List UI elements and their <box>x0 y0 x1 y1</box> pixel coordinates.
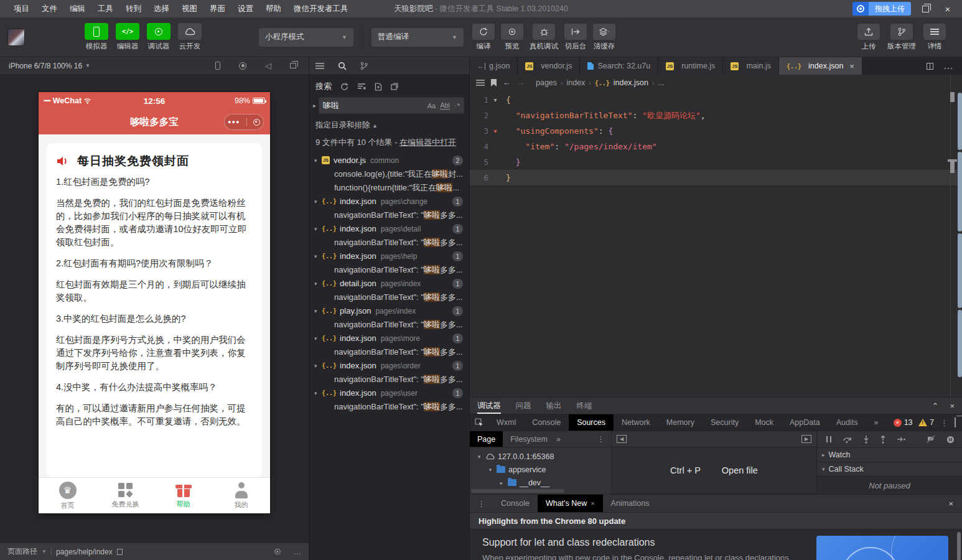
result-file-row[interactable]: ▾{..} detail.jsonpages\index 1 <box>309 277 469 291</box>
cloud-dev-button[interactable]: 云开发 <box>178 23 202 51</box>
tab-g-json[interactable]: ← g.json <box>470 57 518 75</box>
page-path-label[interactable]: 页面路径 <box>7 546 37 557</box>
step-into-icon[interactable] <box>863 436 869 444</box>
capsule-menu[interactable]: ●●● <box>224 114 264 130</box>
menu-interface[interactable]: 界面 <box>203 0 231 17</box>
menu-file[interactable]: 文件 <box>35 0 63 17</box>
devtools-tab-mock[interactable]: Mock <box>747 414 782 431</box>
forward-icon[interactable]: → <box>517 78 525 87</box>
simulator-toggle-button[interactable]: 模拟器 <box>85 23 108 51</box>
result-file-row[interactable]: ▾{..} index.jsonpages\help 1 <box>309 250 469 263</box>
devtools-tab-appdata[interactable]: AppData <box>782 414 828 431</box>
tab-free-exchange[interactable]: 免费兑换 <box>96 478 154 513</box>
more-icon[interactable]: … <box>294 548 301 556</box>
minimize-target-icon[interactable] <box>253 119 260 126</box>
search-input[interactable]: 哆啦 Aa Abl * <box>319 97 464 114</box>
more-actions-icon[interactable]: … <box>943 60 953 72</box>
result-match-row[interactable]: navigationBarTitleText": "哆啦多多... <box>309 400 469 414</box>
menu-edit[interactable]: 编辑 <box>63 0 91 17</box>
device-selector[interactable]: iPhone 6/7/8 100% 16 <box>9 62 82 70</box>
tab-home[interactable]: ♛ 首页 <box>39 478 96 513</box>
drawer-tab-console[interactable]: Console <box>493 495 538 512</box>
record-icon[interactable] <box>239 62 246 70</box>
clear-results-icon[interactable] <box>357 83 366 90</box>
drag-upload-badge[interactable]: 拖拽上传 <box>852 2 911 16</box>
error-count-badge[interactable]: ×13 <box>894 418 912 427</box>
inspect-element-icon[interactable] <box>470 414 488 431</box>
menu-tools[interactable]: 工具 <box>91 0 119 17</box>
result-file-row[interactable]: ▾{..} index.jsonpages\order 1 <box>309 359 469 373</box>
source-control-icon[interactable] <box>360 62 368 70</box>
result-match-row[interactable]: navigationBarTitleText": "哆啦多多... <box>309 291 469 304</box>
result-file-row[interactable]: ▾{..} index.jsonpages\more 1 <box>309 332 469 345</box>
remote-debug-button[interactable]: 真机调试 <box>530 24 558 51</box>
clear-cache-button[interactable]: 清缓存 <box>593 24 615 51</box>
menu-project[interactable]: 项目 <box>7 0 35 17</box>
tree-node-host[interactable]: ▾ 127.0.0.1:65368 <box>470 450 611 463</box>
split-editor-icon[interactable] <box>927 63 933 70</box>
previous-panel-icon[interactable]: ◀ <box>617 435 627 443</box>
tab-vendor-js[interactable]: JS vendor.js <box>518 57 580 75</box>
result-match-row[interactable]: navigationBarTitleText": "哆啦多多... <box>309 345 469 359</box>
panel-tab-output[interactable]: 输出 <box>546 398 562 414</box>
result-match-row[interactable]: console.log(e),{title:"我正在哆啦封... <box>309 167 469 181</box>
rotate-device-icon[interactable] <box>215 62 220 70</box>
undock-icon[interactable] <box>955 418 956 427</box>
editor-toggle-button[interactable]: </> 编辑器 <box>116 23 139 51</box>
devtools-menu-icon[interactable]: ⋮ <box>940 418 948 427</box>
panel-tab-problems[interactable]: 问题 <box>516 398 531 414</box>
explorer-icon[interactable] <box>315 63 324 69</box>
pause-on-exceptions-icon[interactable] <box>946 436 955 444</box>
step-out-icon[interactable] <box>880 436 886 444</box>
watch-section[interactable]: ▸Watch <box>817 448 962 462</box>
collapse-panel-icon[interactable]: ⌃ <box>932 401 939 411</box>
open-file-label[interactable]: Open file <box>722 465 758 475</box>
devtools-tab-console[interactable]: Console <box>524 414 569 431</box>
menu-help[interactable]: 帮助 <box>259 0 287 17</box>
close-tab-icon[interactable]: × <box>849 62 854 71</box>
step-icon[interactable] <box>897 436 905 442</box>
menu-view[interactable]: 视图 <box>175 0 203 17</box>
tree-node-dev[interactable]: ▸ __dev__ <box>470 476 611 489</box>
more-tabs-icon[interactable]: » <box>866 414 886 431</box>
code-area[interactable]: 1▼{ 2 "navigationBarTitleText": "欧皇源码论坛"… <box>470 92 962 185</box>
outline-icon[interactable] <box>476 80 485 86</box>
match-case-icon[interactable]: Aa <box>427 102 436 110</box>
drawer-menu-icon[interactable]: ⋮ <box>470 499 493 508</box>
compile-mode-select[interactable]: 普通编译 ▼ <box>371 28 464 47</box>
sources-tab-filesystem[interactable]: Filesystem <box>503 431 555 447</box>
mute-icon[interactable]: ◁ <box>265 61 271 70</box>
toggle-replace-icon[interactable]: ▸ <box>312 102 317 109</box>
upload-button[interactable]: 上传 <box>857 24 880 51</box>
mode-select[interactable]: 小程序模式 ▼ <box>259 28 353 47</box>
menu-goto[interactable]: 转到 <box>119 0 147 17</box>
result-match-row[interactable]: navigationBarTitleText": "哆啦多多... <box>309 373 469 386</box>
more-dots-icon[interactable]: ●●● <box>228 119 240 125</box>
tab-runtime-js[interactable]: JS runtime.js <box>658 57 723 75</box>
result-file-row[interactable]: ▾{..} index.jsonpages\detail 1 <box>309 222 469 236</box>
article-scrollbar[interactable] <box>957 532 961 560</box>
drawer-tab-whats-new[interactable]: What's New× <box>538 495 603 512</box>
navigator-menu-icon[interactable]: ⋮ <box>597 434 611 444</box>
devtools-tab-audits[interactable]: Audits <box>828 414 866 431</box>
whole-word-icon[interactable]: Abl <box>440 101 450 110</box>
fold-icon[interactable]: ▼ <box>488 128 502 134</box>
devtools-tab-wxml[interactable]: Wxml <box>488 414 524 431</box>
devtools-tab-memory[interactable]: Memory <box>658 414 703 431</box>
result-file-row[interactable]: ▾JS vendor.jscommon 2 <box>309 154 469 167</box>
compile-button[interactable]: 编译 <box>472 24 495 51</box>
pause-script-icon[interactable] <box>826 436 832 443</box>
restore-window-button[interactable] <box>917 2 933 16</box>
search-scope-toggle[interactable]: 指定目录和排除 ▲ <box>309 118 469 133</box>
result-match-row[interactable]: navigationBarTitleText": "哆啦多多... <box>309 208 469 222</box>
tab-mine[interactable]: 我的 <box>212 478 270 513</box>
menu-select[interactable]: 选择 <box>147 0 175 17</box>
tab-main-js[interactable]: JS main.js <box>723 57 779 75</box>
result-match-row[interactable]: function(){return{title:"我正在哆啦... <box>309 181 469 195</box>
drawer-tab-animations[interactable]: Animations <box>603 495 658 512</box>
close-window-button[interactable]: × <box>940 2 956 16</box>
close-drawer-icon[interactable]: × <box>948 499 962 508</box>
article-image[interactable] <box>816 536 948 560</box>
result-file-row[interactable]: ▾{..} index.jsonpages\change 1 <box>309 195 469 208</box>
details-button[interactable]: 详情 <box>923 24 946 51</box>
